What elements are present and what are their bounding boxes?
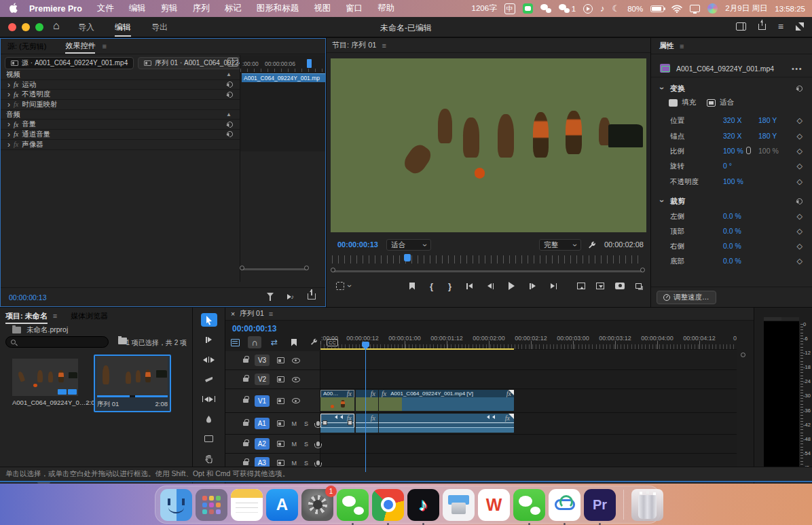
export-frame-icon[interactable]	[615, 283, 625, 289]
sync-lock-icon[interactable]	[277, 398, 284, 404]
crop-left-value[interactable]: 0.0 %	[723, 212, 741, 220]
sync-lock-icon[interactable]	[277, 376, 284, 382]
add-marker-icon[interactable]	[409, 283, 415, 290]
keyframe-toggle-icon[interactable]: ◇	[797, 212, 802, 221]
dock-file-transfer-icon[interactable]	[443, 489, 475, 521]
keyframe-toggle-icon[interactable]: ◇	[797, 257, 802, 266]
lock-track-icon[interactable]	[243, 461, 248, 465]
wifi-icon[interactable]	[671, 5, 682, 13]
menu-clip[interactable]: 剪辑	[161, 3, 178, 14]
linked-selection-icon[interactable]: ⇄	[267, 336, 281, 348]
ripple-edit-tool[interactable]	[201, 352, 217, 366]
panel-menu-icon[interactable]: ≡	[53, 312, 57, 320]
timeline-ruler[interactable]: :00:00 00:00:00:12 00:00:01:00 00:00:01:…	[320, 333, 737, 350]
dock-settings-icon[interactable]: 1	[301, 489, 333, 521]
timeline-settings-icon[interactable]	[307, 336, 320, 348]
effect-row-volume[interactable]: › fx 音量	[1, 120, 240, 130]
dock-chrome-icon[interactable]	[372, 489, 404, 521]
solo-track-button[interactable]: S	[304, 441, 308, 448]
sync-lock-icon[interactable]	[277, 460, 284, 466]
effect-timeline-clip[interactable]: A001_C064_09224Y_001.mp	[242, 73, 325, 82]
mark-out-icon[interactable]: }	[448, 281, 451, 291]
menu-window[interactable]: 窗口	[346, 3, 363, 14]
timeline-vertical-scrollbar[interactable]	[741, 352, 745, 472]
menu-file[interactable]: 文件	[97, 3, 114, 14]
hand-tool[interactable]	[201, 452, 217, 466]
lock-track-icon[interactable]	[243, 422, 248, 426]
toggle-track-output-icon[interactable]	[292, 358, 300, 363]
crop-section-header[interactable]: › 裁剪	[651, 194, 812, 208]
voiceover-record-icon[interactable]	[316, 421, 320, 426]
solo-track-button[interactable]: S	[304, 420, 308, 427]
keyframe-toggle-icon[interactable]: ◇	[797, 177, 802, 186]
position-y-value[interactable]: 180 Y	[758, 116, 777, 124]
panel-menu-icon[interactable]: ≡	[680, 42, 684, 50]
video-clip-segment-2[interactable]: fx	[356, 390, 378, 411]
window-menu-icon[interactable]: ≡	[778, 22, 783, 31]
fullscreen-icon[interactable]	[796, 22, 804, 31]
section-video[interactable]: 视频 ▲	[1, 70, 240, 80]
track-target-a1[interactable]: A1	[255, 418, 270, 429]
sync-lock-icon[interactable]	[277, 441, 284, 447]
fade-in-handle[interactable]	[322, 420, 327, 425]
menu-markers[interactable]: 标记	[225, 3, 242, 14]
track-v3[interactable]: V3	[225, 351, 737, 370]
extract-icon[interactable]	[596, 283, 604, 289]
project-item-sequence[interactable]: 序列 01 2:08	[94, 355, 171, 412]
crop-top-value[interactable]: 0.0 %	[723, 227, 741, 235]
keyframe-toggle-icon[interactable]: ◇	[797, 227, 802, 236]
track-v2[interactable]: V2	[225, 370, 737, 389]
mute-track-button[interactable]: M	[292, 460, 297, 467]
wechat-status-icon-2[interactable]	[559, 4, 570, 13]
playback-quality-dropdown[interactable]: 完整›	[539, 239, 581, 251]
battery-app-icon[interactable]	[523, 3, 533, 14]
effect-row-panner[interactable]: › fx 声像器	[1, 140, 240, 150]
adjust-speed-button[interactable]: 调整速度…	[657, 291, 716, 304]
keyframe-toggle-icon[interactable]: ◇	[797, 147, 802, 156]
sync-lock-icon[interactable]	[277, 357, 284, 363]
dock-finder-icon[interactable]	[160, 489, 192, 521]
menubar-time[interactable]: 13:58:25	[775, 5, 805, 13]
chevron-right-icon[interactable]: ›	[7, 90, 10, 99]
menu-sequence[interactable]: 序列	[193, 3, 210, 14]
dock-trash-icon[interactable]	[631, 489, 663, 521]
section-audio[interactable]: 音频 ▲	[1, 110, 240, 120]
sync-lock-icon[interactable]	[277, 420, 284, 427]
panel-menu-icon[interactable]: ≡	[382, 41, 386, 50]
filter-properties-icon[interactable]	[267, 293, 274, 300]
keyframe-toggle-icon[interactable]: ◇	[797, 242, 802, 251]
track-a2[interactable]: A2 M S	[225, 435, 737, 454]
track-v1[interactable]: V1 A00…fx fx fxA001_C064_09224Y_001.mp4 …	[225, 389, 737, 413]
battery-icon[interactable]	[650, 5, 664, 12]
reset-icon[interactable]	[225, 80, 234, 89]
effect-row-motion[interactable]: › fx 运动	[1, 80, 240, 90]
chevron-right-icon[interactable]: ›	[7, 140, 10, 149]
dock-tiktok-icon[interactable]: ♪	[407, 489, 439, 521]
fade-out-handle[interactable]	[348, 420, 352, 425]
audio-clip-segment-2[interactable]: fx	[356, 414, 378, 433]
rotation-value[interactable]: 0 °	[723, 162, 732, 170]
lock-track-icon[interactable]	[243, 399, 248, 403]
track-select-forward-tool[interactable]	[201, 333, 217, 346]
export-icon[interactable]	[308, 293, 316, 300]
slip-tool[interactable]	[201, 393, 217, 406]
audio-clip-segment-selected[interactable]: fx	[320, 414, 354, 433]
collapse-icon[interactable]: ▲	[226, 111, 232, 117]
track-a1[interactable]: A1 M S fx fx	[225, 413, 737, 435]
chevron-right-icon[interactable]: ›	[7, 120, 10, 129]
menu-edit[interactable]: 编辑	[129, 3, 146, 14]
reset-icon[interactable]	[795, 84, 804, 93]
tab-media-browser[interactable]: 媒体浏览器	[71, 311, 108, 321]
effect-timeline-playhead[interactable]	[307, 59, 312, 68]
chevron-right-icon[interactable]: ›	[7, 100, 10, 109]
keyframe-toggle-icon[interactable]: ◇	[797, 116, 802, 125]
collapse-icon[interactable]: ▲	[226, 71, 232, 77]
effect-controls-timecode[interactable]: 00:00:00:13	[9, 293, 46, 302]
siri-icon[interactable]	[707, 3, 718, 14]
tab-effect-controls[interactable]: 效果控件	[65, 39, 95, 54]
close-tab-icon[interactable]: ×	[231, 310, 235, 318]
quick-export-icon[interactable]	[758, 24, 766, 30]
video-clip-main[interactable]: fxA001_C064_09224Y_001.mp4 [V] fx	[379, 390, 514, 411]
program-scrollbar[interactable]	[332, 269, 644, 271]
timeline-tab[interactable]: 序列 01	[240, 309, 264, 319]
